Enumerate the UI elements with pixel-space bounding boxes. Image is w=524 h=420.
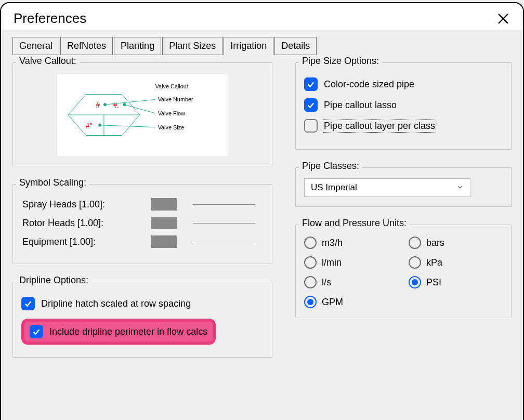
close-button[interactable]	[496, 11, 510, 26]
flow-ls-radio[interactable]	[304, 276, 317, 288]
dripline-hatch-checkbox[interactable]	[21, 297, 35, 310]
equipment-label: Equipment [1.00]:	[21, 237, 151, 247]
dripline-options-label: Dripline Options:	[16, 275, 91, 286]
pressure-kpa-radio[interactable]	[409, 256, 421, 269]
rotor-heads-label: Rotor Heads [1.00]:	[21, 218, 151, 229]
color-code-pipe-checkbox[interactable]	[304, 77, 318, 91]
spray-heads-track[interactable]	[193, 204, 255, 205]
close-icon	[497, 12, 509, 25]
rotor-heads-track[interactable]	[193, 223, 255, 224]
tab-details[interactable]: Details	[274, 37, 317, 55]
color-code-pipe-label: Color-code sized pipe	[324, 79, 414, 90]
symbol-scaling-label: Symbol Scaling:	[16, 177, 89, 188]
tab-refnotes[interactable]: RefNotes	[60, 37, 113, 55]
dripline-perimeter-label: Include dripline perimeter in flow calcs	[49, 326, 207, 337]
equipment-slider[interactable]	[151, 235, 177, 248]
equipment-track[interactable]	[193, 242, 255, 242]
vc-size-ph: #"	[85, 122, 93, 130]
titlebar: Preferences	[1, 3, 523, 30]
tab-general[interactable]: General	[12, 37, 59, 55]
window-title: Preferences	[14, 10, 86, 27]
dripline-perimeter-checkbox[interactable]	[30, 325, 43, 338]
flow-gpm-radio[interactable]	[304, 296, 317, 308]
pressure-psi-radio[interactable]	[409, 276, 421, 288]
check-icon	[306, 100, 316, 110]
flow-ls-label: l/s	[322, 277, 331, 288]
rotor-heads-slider[interactable]	[151, 217, 177, 229]
flow-gpm-label: GPM	[322, 297, 343, 308]
pipe-layer-label: Pipe callout layer per class	[324, 121, 435, 132]
chevron-down-icon	[456, 183, 464, 192]
check-icon	[23, 299, 33, 308]
dripline-options-group: Dripline Options: Dripline hatch scaled …	[12, 282, 272, 358]
valve-callout-group: Valve Callout: Valve Callout # #. #"	[12, 62, 272, 166]
vc-flow-label: Valve Flow	[158, 110, 185, 116]
vc-size-label: Valve Size	[158, 124, 185, 130]
pipe-classes-select[interactable]: US Imperial	[304, 178, 470, 197]
flow-pressure-label: Flow and Pressure Units:	[299, 218, 410, 229]
pipe-size-options-label: Pipe Size Options:	[299, 56, 382, 67]
valve-callout-label: Valve Callout:	[16, 56, 80, 67]
tab-strip: General RefNotes Planting Plant Sizes Ir…	[12, 37, 512, 55]
dripline-hatch-label: Dripline hatch scaled at row spacing	[41, 298, 191, 309]
vc-flow-ph: #.	[113, 101, 120, 109]
tab-planting[interactable]: Planting	[114, 37, 161, 55]
pressure-psi-label: PSI	[426, 277, 441, 288]
pipe-classes-group: Pipe Classes: US Imperial	[295, 167, 512, 207]
check-icon	[306, 80, 316, 89]
tab-plant-sizes[interactable]: Plant Sizes	[162, 37, 222, 55]
spray-heads-label: Spray Heads [1.00]:	[21, 199, 151, 210]
svg-line-7	[100, 125, 155, 127]
pipe-lasso-label: Pipe callout lasso	[324, 100, 397, 111]
flow-pressure-group: Flow and Pressure Units: m3/h bars l/min…	[295, 225, 512, 318]
vc-number-ph: #	[96, 101, 100, 109]
pipe-layer-checkbox[interactable]	[304, 119, 318, 133]
pipe-lasso-checkbox[interactable]	[304, 98, 318, 112]
valve-callout-diagram: Valve Callout # #. #" Va	[57, 74, 228, 156]
flow-m3h-radio[interactable]	[304, 237, 317, 249]
vc-number-label: Valve Number	[158, 96, 193, 102]
preferences-dialog: Preferences General RefNotes Planting Pl…	[0, 2, 524, 420]
pressure-kpa-label: kPa	[426, 257, 442, 268]
pipe-classes-value: US Imperial	[311, 182, 357, 193]
pressure-bars-radio[interactable]	[409, 237, 421, 249]
dialog-body: General RefNotes Planting Plant Sizes Ir…	[1, 30, 523, 383]
pressure-bars-label: bars	[426, 238, 444, 248]
valve-callout-preview[interactable]: Valve Callout # #. #" Va	[57, 73, 228, 156]
check-icon	[32, 327, 41, 336]
flow-lmin-label: l/min	[322, 257, 342, 268]
dripline-perimeter-highlight: Include dripline perimeter in flow calcs	[21, 319, 216, 345]
vc-title: Valve Callout	[155, 83, 188, 89]
pipe-classes-label: Pipe Classes:	[299, 161, 362, 172]
spray-heads-slider[interactable]	[151, 198, 177, 211]
tab-irrigation[interactable]: Irrigation	[224, 37, 273, 55]
svg-line-6	[124, 104, 155, 113]
pipe-size-options-group: Pipe Size Options: Color-code sized pipe…	[295, 62, 512, 150]
flow-m3h-label: m3/h	[322, 238, 343, 248]
symbol-scaling-group: Symbol Scaling: Spray Heads [1.00]: Roto…	[12, 184, 272, 264]
flow-lmin-radio[interactable]	[304, 256, 317, 269]
